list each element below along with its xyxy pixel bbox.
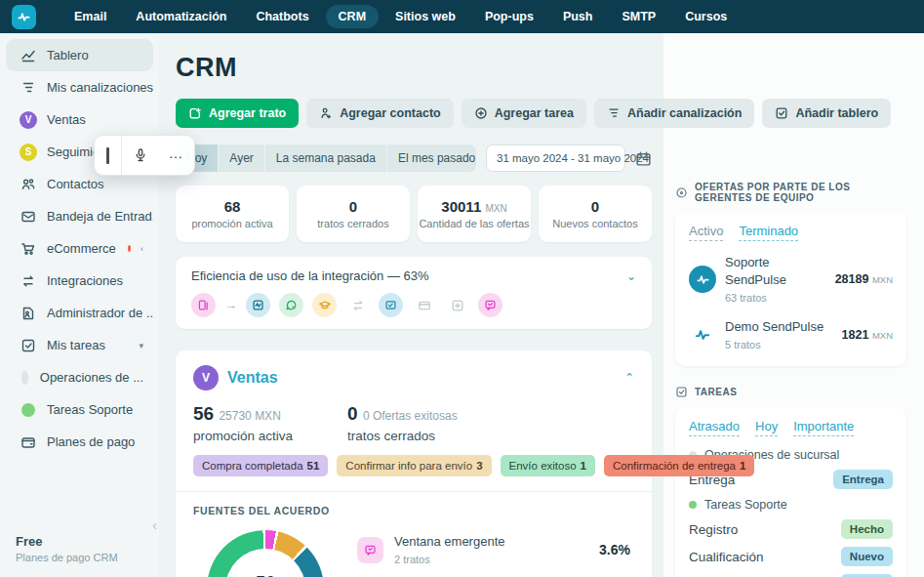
integration-title: Eficiencia de uso de la integración — 63… [191, 268, 429, 283]
sidebar-item-integraciones[interactable]: Integraciones [6, 265, 153, 297]
plan-name: Free [16, 534, 118, 549]
sidebar-item-tareas-soporte[interactable]: Tareas Soporte [6, 393, 153, 426]
sidebar-item-ecommerce[interactable]: eCommerce ‹ [6, 232, 153, 265]
stage-tag-confirmacion-entrega[interactable]: Confirmación de entrega1 [604, 455, 754, 476]
manager-amount: 28189 [835, 272, 869, 286]
plan-link[interactable]: Planes de pago CRM [16, 552, 118, 563]
add-task-button[interactable]: Agregar tarea [462, 99, 586, 128]
sidebar-item-label: Tareas Soporte [47, 402, 133, 417]
date-range-input[interactable]: 31 mayo 2024 - 31 mayo 2024 [486, 144, 625, 172]
nav-crm[interactable]: CRM [326, 5, 379, 28]
chat-icon[interactable] [279, 293, 303, 317]
stage-tag-compra-completada[interactable]: Compra completada51 [193, 455, 328, 476]
sendpulse-logo[interactable] [12, 5, 36, 29]
add-task-label: Agregar tarea [495, 106, 574, 120]
sidebar-item-label: Ventas [47, 112, 86, 127]
pulse-icon [17, 10, 31, 24]
sidebar-item-tablero[interactable]: Tablero [6, 39, 153, 71]
sidebar-item-mis-canalizaciones[interactable]: Mis canalizaciones ▾ [6, 71, 153, 103]
add-square-icon[interactable] [445, 293, 469, 317]
preset-ayer[interactable]: Ayer [219, 144, 264, 172]
chevron-up-icon[interactable]: ⌃ [624, 371, 634, 385]
legend-percent: 3.6% [599, 542, 634, 557]
sidebar-collapse-chevron[interactable]: ‹ [152, 517, 157, 533]
top-navbar: Email Automatización Chatbots CRM Sitios… [0, 0, 924, 33]
tasks-section-header: TAREAS [675, 386, 906, 398]
divider [176, 491, 652, 492]
mail-icon [20, 208, 37, 226]
preset-semana-pasada[interactable]: La semana pasada [265, 144, 387, 172]
active-label: promoción activa [193, 429, 293, 443]
task-group-tareas-soporte: Tareas Soporte [689, 498, 893, 512]
nav-sitios-web[interactable]: Sitios web [382, 5, 468, 28]
tasks-section-title: TAREAS [695, 387, 737, 397]
add-pipeline-button[interactable]: Añadir canalización [594, 99, 754, 128]
nav-automatizacion[interactable]: Automatización [123, 5, 239, 28]
pipeline-active-stat: 56 25730 MXN promoción activa [193, 403, 293, 443]
active-count: 56 [193, 403, 214, 424]
manager-name: Soporte SendPulse [725, 255, 786, 287]
preset-mes-pasado[interactable]: El mes pasado [387, 144, 476, 172]
task-row-cualificacion[interactable]: Cualificación Nuevo [689, 547, 893, 566]
active-amount: 25730 MXN [219, 409, 280, 423]
microphone-button[interactable] [122, 147, 158, 163]
kpi-label: promoción activa [191, 218, 272, 229]
sidebar-item-planes-de-pago[interactable]: Planes de pago [6, 426, 153, 458]
add-deal-button[interactable]: Agregar trato [176, 99, 299, 128]
microphone-icon [133, 147, 148, 163]
sidebar-item-mis-tareas[interactable]: Mis tareas ▾ [6, 329, 153, 361]
sidebar-item-bandeja[interactable]: Bandeja de Entrad... [6, 200, 153, 232]
chevron-down-icon: ▾ [139, 341, 143, 350]
tab-hoy[interactable]: Hoy [755, 419, 778, 436]
legend-item-ventana-emergente: Ventana emergente2 tratos 3.6% [357, 532, 634, 567]
nav-smtp[interactable]: SMTP [609, 5, 668, 28]
manager-row-demo[interactable]: Demo SendPulse5 tratos 1821 MXN [689, 317, 893, 352]
kpi-value: 0 [591, 198, 599, 215]
add-deal-icon [188, 106, 202, 120]
manager-avatar [689, 266, 716, 293]
sidebar-item-administrador[interactable]: Administrador de ... [6, 297, 153, 329]
add-task-icon [474, 106, 488, 120]
tab-activo[interactable]: Activo [689, 224, 723, 241]
sidebar-item-label: Administrador de ... [47, 306, 153, 320]
managers-card: Activo Terminado Soporte SendPulse63 tra… [675, 212, 906, 366]
deal-sources-donut-chart: 56 tratos [207, 530, 324, 577]
stage-tag-confirmar-info[interactable]: Confirmar info para envío3 [337, 455, 491, 476]
add-contact-button[interactable]: Agregar contacto [306, 99, 454, 128]
swap-icon[interactable] [345, 293, 370, 317]
add-board-label: Añadir tablero [795, 106, 878, 120]
sidebar-item-ventas[interactable]: V Ventas [6, 103, 153, 136]
popup-icon[interactable] [191, 293, 216, 317]
messenger-icon[interactable] [478, 293, 502, 317]
automation360-icon[interactable] [246, 293, 270, 317]
card-icon[interactable] [412, 293, 436, 317]
tab-importante[interactable]: Importante [793, 419, 854, 436]
notification-dot [128, 245, 131, 252]
nav-popups[interactable]: Pop-ups [472, 5, 546, 28]
sidebar-item-label: Planes de pago [47, 434, 135, 449]
users-icon [20, 176, 37, 193]
more-options-button[interactable]: … [158, 144, 194, 167]
pipeline-name-link[interactable]: Ventas [227, 369, 278, 387]
nav-cursos[interactable]: Cursos [672, 5, 740, 28]
sidebar-item-label: Mis tareas [47, 338, 105, 352]
chevron-down-icon[interactable]: ⌄ [626, 269, 636, 283]
nav-email[interactable]: Email [61, 5, 119, 28]
sidebar-item-operaciones[interactable]: Operaciones de ... [6, 361, 153, 393]
nav-chatbots[interactable]: Chatbots [243, 5, 321, 28]
calendar-button[interactable] [635, 150, 652, 167]
stage-tag-envio-exitoso[interactable]: Envío exitoso1 [501, 455, 595, 476]
pipeline-ventas-card: V Ventas ⌃ 56 25730 MXN promoción activa… [176, 350, 652, 577]
calendar-icon [635, 150, 652, 167]
crm-icon[interactable] [379, 293, 403, 317]
integration-efficiency-card: Eficiencia de uso de la integración — 63… [176, 257, 652, 329]
courses-icon[interactable] [312, 293, 337, 317]
add-board-button[interactable]: Añadir tablero [762, 99, 891, 128]
tab-atrasado[interactable]: Atrasado [689, 419, 740, 436]
left-sidebar: Tablero Mis canalizaciones ▾ V Ventas S … [0, 33, 159, 577]
manager-row-soporte[interactable]: Soporte SendPulse63 tratos 28189 MXN [689, 253, 893, 306]
dictation-toolbar: … [94, 135, 195, 176]
tab-terminado[interactable]: Terminado [739, 224, 798, 241]
nav-push[interactable]: Push [550, 5, 606, 28]
task-row-registro[interactable]: Registro Hecho [689, 519, 893, 539]
